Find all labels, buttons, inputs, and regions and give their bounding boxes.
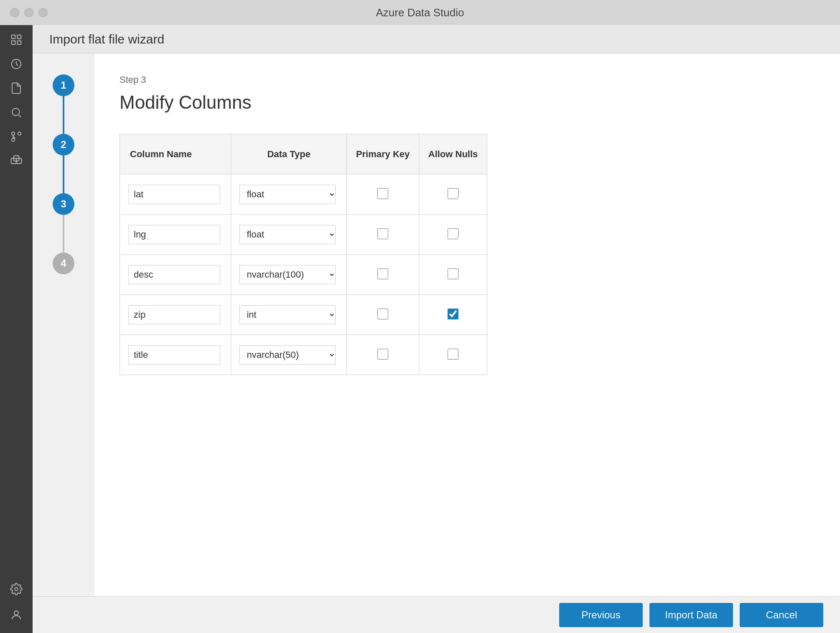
- col-pk-checkbox-2[interactable]: [377, 268, 388, 279]
- table-row: floatintnvarchar(50)nvarchar(100)nvarcha…: [120, 255, 487, 295]
- col-header-type: Data Type: [231, 134, 347, 174]
- step-4-circle: 4: [53, 253, 74, 274]
- step-label: Step 3: [120, 74, 815, 85]
- col-type-select-3[interactable]: floatintnvarchar(50)nvarchar(100)nvarcha…: [239, 305, 336, 324]
- step-line-2-3: [63, 156, 64, 193]
- maximize-button[interactable]: [38, 8, 48, 17]
- svg-point-5: [12, 108, 20, 116]
- cancel-button[interactable]: Cancel: [740, 603, 823, 627]
- col-null-checkbox-1[interactable]: [448, 228, 458, 239]
- col-pk-checkbox-3[interactable]: [377, 309, 388, 319]
- col-header-pk: Primary Key: [347, 134, 419, 174]
- header-bar: Import flat file wizard: [33, 25, 840, 54]
- svg-line-6: [19, 115, 21, 117]
- traffic-lights: [10, 8, 48, 17]
- wizard-main-content: Step 3 Modify Columns Column Name Data T…: [94, 54, 840, 596]
- svg-rect-2: [12, 41, 15, 45]
- import-button[interactable]: Import Data: [649, 603, 733, 627]
- col-null-checkbox-0[interactable]: [448, 188, 458, 199]
- previous-button[interactable]: Previous: [559, 603, 643, 627]
- col-header-nulls: Allow Nulls: [419, 134, 487, 174]
- window-title: Azure Data Studio: [376, 6, 464, 19]
- sidebar-item-account[interactable]: [5, 604, 28, 626]
- step-3-circle: 3: [53, 193, 74, 215]
- step-3: 3: [53, 193, 74, 253]
- step-1: 1: [53, 74, 74, 134]
- sidebar-item-file[interactable]: [5, 77, 28, 100]
- step-2: 2: [53, 134, 74, 193]
- svg-rect-1: [18, 35, 21, 39]
- svg-point-7: [12, 132, 15, 135]
- table-row: floatintnvarchar(50)nvarchar(100)nvarcha…: [120, 295, 487, 335]
- svg-point-14: [14, 611, 18, 615]
- col-pk-checkbox-1[interactable]: [377, 228, 388, 239]
- step-line-3-4: [63, 215, 64, 253]
- step-2-circle: 2: [53, 134, 74, 156]
- table-row: floatintnvarchar(50)nvarchar(100)nvarcha…: [120, 174, 487, 214]
- title-bar: Azure Data Studio: [0, 0, 840, 25]
- table-row: floatintnvarchar(50)nvarchar(100)nvarcha…: [120, 335, 487, 375]
- col-name-input-0[interactable]: [128, 185, 220, 204]
- col-pk-checkbox-0[interactable]: [377, 188, 388, 199]
- col-name-input-2[interactable]: [128, 265, 220, 284]
- sidebar-item-extensions[interactable]: [5, 150, 28, 172]
- table-row: floatintnvarchar(50)nvarchar(100)nvarcha…: [120, 214, 487, 255]
- col-pk-checkbox-4[interactable]: [377, 349, 388, 360]
- col-header-name: Column Name: [120, 134, 231, 174]
- svg-rect-0: [12, 35, 15, 39]
- col-name-input-3[interactable]: [128, 305, 220, 324]
- wizard-title: Import flat file wizard: [49, 32, 164, 46]
- svg-rect-3: [18, 41, 21, 45]
- sidebar-item-settings[interactable]: [5, 578, 28, 600]
- svg-point-8: [12, 138, 15, 142]
- col-type-select-2[interactable]: floatintnvarchar(50)nvarchar(100)nvarcha…: [239, 265, 336, 284]
- col-null-checkbox-4[interactable]: [448, 349, 458, 360]
- content-area: Import flat file wizard 1 2 3 4: [33, 25, 840, 633]
- step-4: 4: [53, 253, 74, 274]
- columns-table: Column Name Data Type Primary Key Allow …: [120, 134, 487, 375]
- sidebar-item-git[interactable]: [5, 125, 28, 148]
- footer: Previous Import Data Cancel: [33, 596, 840, 633]
- sidebar-item-explorer[interactable]: [5, 28, 28, 51]
- app-body: Import flat file wizard 1 2 3 4: [0, 25, 840, 633]
- sidebar-item-search[interactable]: [5, 101, 28, 124]
- sidebar-bottom: [5, 578, 28, 633]
- minimize-button[interactable]: [24, 8, 33, 17]
- col-type-select-4[interactable]: floatintnvarchar(50)nvarchar(100)nvarcha…: [239, 345, 336, 365]
- wizard-body: 1 2 3 4 Step 3 Modify Columns: [33, 54, 840, 596]
- steps-sidebar: 1 2 3 4: [33, 54, 94, 596]
- col-name-input-1[interactable]: [128, 225, 220, 244]
- step-heading: Modify Columns: [120, 92, 815, 113]
- sidebar-item-history[interactable]: [5, 53, 28, 75]
- col-null-checkbox-3[interactable]: [448, 309, 458, 319]
- col-type-select-1[interactable]: floatintnvarchar(50)nvarchar(100)nvarcha…: [239, 225, 336, 244]
- col-name-input-4[interactable]: [128, 345, 220, 365]
- col-null-checkbox-2[interactable]: [448, 268, 458, 279]
- step-1-circle: 1: [53, 74, 74, 96]
- sidebar: [0, 25, 33, 633]
- svg-point-13: [15, 587, 18, 591]
- close-button[interactable]: [10, 8, 19, 17]
- step-line-1-2: [63, 96, 64, 134]
- col-type-select-0[interactable]: floatintnvarchar(50)nvarchar(100)nvarcha…: [239, 185, 336, 204]
